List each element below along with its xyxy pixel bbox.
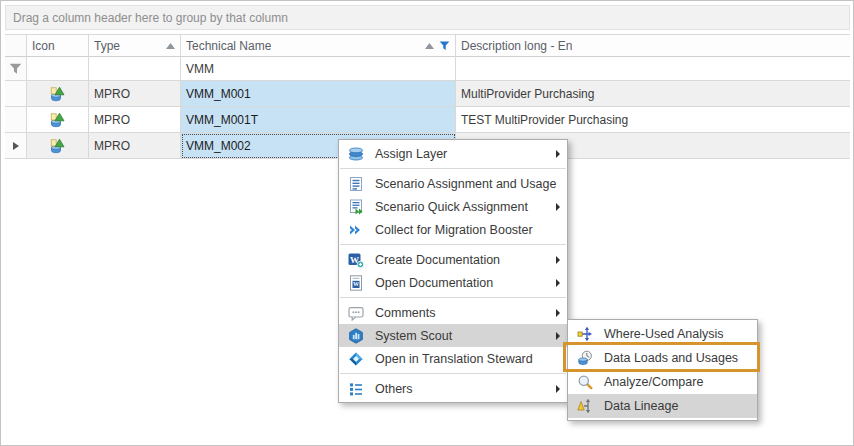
menu-item-comments[interactable]: Comments: [339, 301, 567, 324]
filter-cell-technical-name[interactable]: VMM: [181, 57, 456, 81]
sort-ascending-icon: [425, 43, 434, 49]
submenu-item-data-lineage[interactable]: Data Lineage: [568, 394, 757, 418]
context-menu: Assign Layer Scenario Assignment and Usa…: [338, 139, 568, 403]
table-row[interactable]: MPRO VMM_M001T TEST MultiProvider Purcha…: [5, 107, 850, 133]
description-cell[interactable]: MultiProvider Purchasing: [456, 81, 850, 107]
scenario-quick-assignment-icon: [347, 199, 364, 215]
menu-item-system-scout[interactable]: System Scout: [339, 324, 567, 347]
row-indicator-cell: [5, 107, 27, 133]
menu-item-open-translation-steward[interactable]: Open in Translation Steward: [339, 347, 567, 370]
menu-item-create-documentation[interactable]: W Create Documentation: [339, 248, 567, 271]
submenu-item-analyze-compare[interactable]: Analyze/Compare: [568, 370, 757, 394]
menu-item-open-documentation[interactable]: W Open Documentation: [339, 271, 567, 294]
object-icon-cell[interactable]: [27, 133, 89, 159]
menu-item-scenario-assignment[interactable]: Scenario Assignment and Usage: [339, 172, 567, 195]
row-indicator-cell: [5, 133, 27, 159]
menu-separator: [340, 297, 566, 298]
comments-bubble-icon: [347, 305, 364, 321]
submenu-arrow-icon: [556, 203, 560, 211]
column-header-description-label: Description long - En: [461, 39, 572, 53]
menu-item-assign-layer[interactable]: Assign Layer: [339, 142, 567, 165]
menu-separator: [340, 168, 566, 169]
filter-row-indicator-cell: [5, 57, 27, 81]
system-scout-icon: [347, 328, 364, 344]
others-list-icon: [347, 381, 364, 397]
analyze-compare-magnifier-icon: [576, 374, 593, 390]
object-icon-cell[interactable]: [27, 107, 89, 133]
description-cell[interactable]: TEST MultiProvider Purchasing: [456, 107, 850, 133]
submenu-arrow-icon: [556, 279, 560, 287]
menu-separator: [340, 244, 566, 245]
submenu-arrow-icon: [556, 385, 560, 393]
create-documentation-word-icon: W: [347, 252, 364, 268]
row-indicator-cell: [5, 81, 27, 107]
type-cell[interactable]: MPRO: [89, 133, 181, 159]
open-documentation-word-icon: W: [347, 275, 364, 291]
menu-item-scenario-quick-assignment[interactable]: Scenario Quick Assignment: [339, 195, 567, 218]
sort-ascending-icon: [166, 43, 175, 49]
column-header-technical-name-label: Technical Name: [186, 39, 271, 53]
multiprovider-icon: [49, 112, 66, 128]
filter-row: VMM: [5, 57, 850, 81]
data-loads-and-usages-icon: [576, 350, 593, 366]
multiprovider-icon: [49, 138, 66, 154]
group-by-hint-text: Drag a column header here to group by th…: [6, 11, 288, 25]
multiprovider-icon: [49, 86, 66, 102]
system-scout-submenu: Where-Used Analysis Data Loads and Usage…: [567, 319, 758, 421]
column-header-icon-label: Icon: [32, 39, 55, 53]
filter-cell-type[interactable]: [89, 57, 181, 81]
column-header-icon[interactable]: Icon: [27, 34, 89, 57]
grid-window: Drag a column header here to group by th…: [0, 0, 854, 446]
current-row-arrow-icon: [13, 142, 19, 150]
type-cell[interactable]: MPRO: [89, 107, 181, 133]
submenu-arrow-icon: [556, 150, 560, 158]
filter-row-funnel-icon: [9, 63, 22, 75]
column-header-type[interactable]: Type: [89, 34, 181, 57]
column-header-technical-name[interactable]: Technical Name: [181, 34, 456, 57]
filter-cell-description[interactable]: [456, 57, 850, 81]
menu-item-collect-migration-booster[interactable]: Collect for Migration Booster: [339, 218, 567, 241]
grid-header-row: Icon Type Technical Name Description lon…: [5, 34, 850, 57]
object-icon-cell[interactable]: [27, 81, 89, 107]
menu-separator: [340, 373, 566, 374]
filter-active-icon[interactable]: [439, 41, 450, 51]
filter-value: VMM: [186, 62, 214, 76]
menu-item-others[interactable]: Others: [339, 377, 567, 400]
submenu-arrow-icon: [556, 256, 560, 264]
submenu-arrow-icon: [556, 309, 560, 317]
header-indicator-cell: [5, 34, 27, 57]
column-header-description[interactable]: Description long - En: [456, 34, 850, 57]
svg-text:W: W: [353, 281, 359, 287]
assign-layer-icon: [347, 146, 364, 162]
data-lineage-icon: [576, 398, 593, 414]
submenu-item-data-loads-and-usages[interactable]: Data Loads and Usages: [568, 346, 757, 370]
technical-name-cell[interactable]: VMM_M001: [181, 81, 456, 107]
where-used-analysis-icon: [576, 326, 593, 342]
collect-migration-booster-icon: [347, 222, 364, 238]
submenu-arrow-icon: [556, 332, 560, 340]
submenu-item-where-used-analysis[interactable]: Where-Used Analysis: [568, 322, 757, 346]
type-cell[interactable]: MPRO: [89, 81, 181, 107]
technical-name-cell[interactable]: VMM_M001T: [181, 107, 456, 133]
table-row[interactable]: MPRO VMM_M001 MultiProvider Purchasing: [5, 81, 850, 107]
column-header-type-label: Type: [94, 39, 120, 53]
translation-steward-diamond-icon: [347, 351, 364, 367]
filter-cell-icon[interactable]: [27, 57, 89, 81]
group-by-panel[interactable]: Drag a column header here to group by th…: [5, 5, 850, 30]
scenario-assignment-icon: [347, 176, 364, 192]
